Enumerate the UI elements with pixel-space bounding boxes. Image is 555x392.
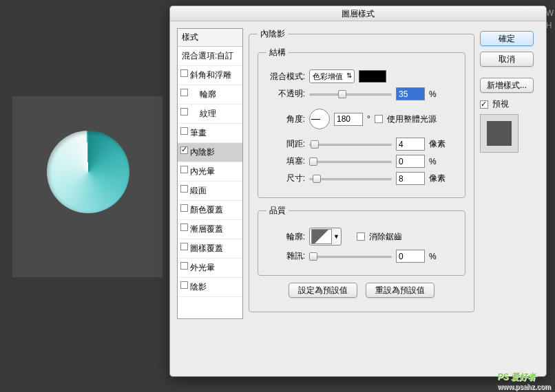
inner-shadow-group: 內陰影 結構 混合模式: 色彩增值 不透明: % [249, 28, 474, 312]
choke-unit: % [429, 157, 437, 166]
preview-label: 預視 [492, 98, 509, 110]
opacity-unit: % [429, 89, 437, 99]
style-checkbox[interactable] [180, 204, 188, 212]
opacity-slider[interactable] [309, 89, 392, 99]
style-item-label: 圖樣覆蓋 [190, 243, 223, 253]
new-style-button[interactable]: 新增樣式... [480, 78, 534, 93]
styles-heading[interactable]: 樣式 [178, 29, 242, 47]
side-info: W H [546, 8, 554, 30]
w-label: W [546, 8, 554, 18]
angle-unit: ° [367, 114, 370, 124]
style-item-label: 顏色覆蓋 [190, 205, 223, 215]
style-item-label: 內光暈 [190, 166, 215, 176]
contour-thumbnail [311, 229, 332, 244]
noise-unit: % [429, 252, 437, 261]
size-unit: 像素 [429, 173, 446, 184]
chevron-down-icon: ▼ [333, 233, 339, 240]
style-item-8[interactable]: 漸層覆蓋 [178, 220, 242, 239]
style-item-label: 筆畫 [190, 128, 207, 138]
noise-slider[interactable] [309, 252, 392, 261]
style-item-5[interactable]: 內光暈 [178, 162, 242, 182]
watermark: PS 爱好者 www.psahz.com [498, 369, 551, 391]
style-checkbox[interactable] [180, 127, 188, 135]
style-item-10[interactable]: 外光暈 [178, 259, 242, 278]
style-checkbox[interactable] [180, 69, 188, 77]
style-item-label: 斜角和浮雕 [190, 70, 231, 80]
style-item-label: 外光暈 [190, 263, 215, 272]
distance-input[interactable] [396, 138, 425, 151]
layer-style-dialog: 圖層樣式 樣式 混合選項:自訂 斜角和浮雕輪廓紋理筆畫內陰影內光暈緞面顏色覆蓋漸… [169, 6, 547, 377]
style-item-4[interactable]: 內陰影 [178, 143, 242, 162]
antialias-checkbox[interactable] [357, 232, 365, 241]
preview-inner [487, 121, 512, 146]
preview-checkbox[interactable] [480, 100, 488, 109]
size-label: 尺寸: [266, 173, 305, 184]
angle-label: 角度: [266, 113, 305, 125]
style-checkbox[interactable] [180, 146, 188, 154]
styles-list: 樣式 混合選項:自訂 斜角和浮雕輪廓紋理筆畫內陰影內光暈緞面顏色覆蓋漸層覆蓋圖樣… [177, 28, 243, 319]
size-input[interactable] [396, 172, 425, 185]
contour-picker[interactable]: ▼ [309, 228, 342, 246]
action-column: 確定 取消 新增樣式... 預視 [480, 28, 539, 319]
style-item-9[interactable]: 圖樣覆蓋 [178, 239, 242, 259]
h-label: H [546, 21, 554, 30]
make-default-button[interactable]: 設定為預設值 [289, 283, 357, 298]
style-item-1[interactable]: 輪廓 [178, 85, 242, 105]
style-checkbox[interactable] [180, 262, 188, 270]
cancel-button[interactable]: 取消 [480, 52, 534, 67]
global-light-label: 使用整體光源 [387, 113, 437, 125]
style-item-0[interactable]: 斜角和浮雕 [178, 66, 242, 85]
preview-swatch [480, 114, 519, 153]
angle-dial[interactable] [309, 109, 330, 129]
inner-shadow-legend: 內陰影 [258, 28, 288, 40]
layer-preview [47, 131, 129, 213]
antialias-label: 消除鋸齒 [369, 231, 402, 243]
opacity-input[interactable] [396, 87, 425, 100]
reset-default-button[interactable]: 重設為預設值 [366, 283, 434, 298]
distance-slider[interactable] [309, 140, 392, 149]
distance-label: 間距: [266, 138, 305, 150]
structure-group: 結構 混合模式: 色彩增值 不透明: % [258, 47, 465, 198]
style-item-6[interactable]: 緞面 [178, 182, 242, 201]
style-item-label: 內陰影 [190, 147, 215, 157]
style-checkbox[interactable] [180, 185, 188, 193]
global-light-checkbox[interactable] [375, 115, 383, 123]
choke-label: 填塞: [266, 155, 305, 167]
style-item-label: 紋理 [200, 109, 216, 118]
style-checkbox[interactable] [180, 281, 188, 289]
watermark-url: www.psahz.com [498, 383, 551, 391]
style-item-11[interactable]: 陰影 [178, 278, 242, 297]
opacity-label: 不透明: [266, 88, 305, 100]
style-checkbox[interactable] [180, 166, 188, 173]
blend-mode-select-wrap[interactable]: 色彩增值 [309, 69, 355, 83]
size-slider[interactable] [309, 174, 392, 184]
style-item-2[interactable]: 紋理 [178, 105, 242, 124]
dialog-title: 圖層樣式 [170, 6, 546, 21]
blending-options-item[interactable]: 混合選項:自訂 [178, 47, 242, 66]
contour-label: 輪廓: [266, 231, 305, 243]
settings-panel: 內陰影 結構 混合模式: 色彩增值 不透明: % [249, 28, 474, 319]
structure-legend: 結構 [266, 47, 289, 58]
quality-legend: 品質 [266, 205, 289, 217]
style-item-label: 緞面 [190, 186, 207, 195]
style-item-7[interactable]: 顏色覆蓋 [178, 201, 242, 220]
style-checkbox[interactable] [180, 108, 188, 116]
gradient-circle [47, 131, 129, 213]
style-item-label: 陰影 [190, 282, 207, 292]
style-item-label: 漸層覆蓋 [190, 224, 223, 234]
choke-slider[interactable] [309, 157, 392, 166]
noise-input[interactable] [396, 250, 425, 263]
blend-mode-select[interactable]: 色彩增值 [309, 69, 355, 83]
choke-input[interactable] [396, 155, 425, 168]
style-item-3[interactable]: 筆畫 [178, 124, 242, 143]
canvas-artboard [12, 96, 163, 277]
ok-button[interactable]: 確定 [480, 31, 534, 46]
distance-unit: 像素 [429, 138, 446, 150]
style-checkbox[interactable] [180, 224, 188, 231]
style-checkbox[interactable] [180, 89, 188, 96]
watermark-brand: PS 爱好者 [498, 372, 536, 382]
style-checkbox[interactable] [180, 243, 188, 250]
quality-group: 品質 輪廓: ▼ 消除鋸齒 雜訊: [258, 205, 465, 276]
shadow-color-swatch[interactable] [359, 70, 386, 83]
angle-input[interactable] [334, 113, 363, 126]
